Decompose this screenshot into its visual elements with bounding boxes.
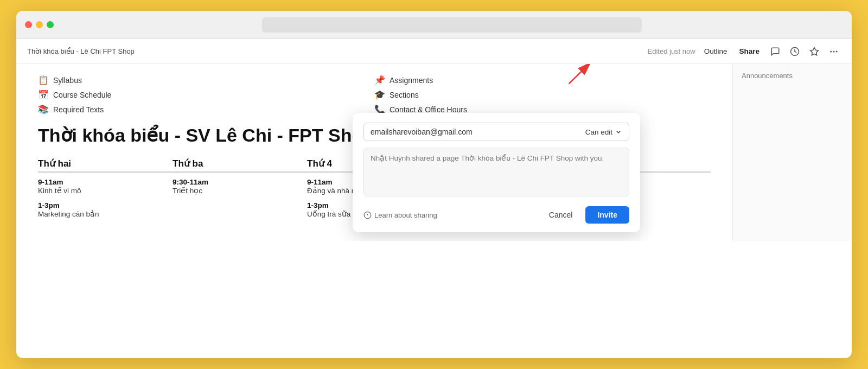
time-slot-mon-2: 1-3pm Marketing căn bản [38,201,173,218]
day-label-mon: Thứ hai [38,158,173,173]
document-title: Thời khóa biểu - Lê Chi FPT Shop [27,47,135,55]
info-icon [363,211,372,219]
outline-button[interactable]: Outline [701,45,731,58]
outline-col-2: 📌 Assignments 🎓 Sections 📞 Contact & Off… [374,75,711,114]
right-sidebar: Announcements [732,64,852,241]
traffic-lights [25,21,54,28]
outline-col-1: 📋 Syllabus 📅 Course Schedule 📚 Required … [38,75,374,114]
nav-syllabus[interactable]: 📋 Syllabus [38,75,374,85]
main-content: 📋 Syllabus 📅 Course Schedule 📚 Required … [16,64,852,241]
day-col-mon: Thứ hai 9-11am Kinh tế vi mô 1-3pm Marke… [38,158,173,225]
syllabus-icon: 📋 [38,75,49,85]
outline-nav: 📋 Syllabus 📅 Course Schedule 📚 Required … [38,75,711,114]
svg-point-3 [833,51,834,52]
can-edit-label: Can edit [585,128,612,136]
nav-required-texts-label: Required Texts [53,105,104,114]
svg-marker-1 [810,47,819,55]
svg-point-2 [831,51,832,52]
time-mon-1: 9-11am [38,178,173,186]
time-tue-1: 9:30-11am [173,178,307,186]
history-icon[interactable] [788,44,802,59]
nav-course-schedule-label: Course Schedule [53,91,111,99]
cancel-button[interactable]: Cancel [541,207,580,223]
page-area: 📋 Syllabus 📅 Course Schedule 📚 Required … [16,64,732,241]
title-bar [16,11,852,39]
svg-point-4 [837,51,838,52]
toolbar: Thời khóa biểu - Lê Chi FPT Shop Edited … [16,39,852,64]
nav-course-schedule[interactable]: 📅 Course Schedule [38,90,374,100]
learn-sharing-label: Learn about sharing [374,211,437,219]
learn-sharing-link[interactable]: Learn about sharing [363,211,437,219]
nav-required-texts[interactable]: 📚 Required Texts [38,104,374,114]
share-button[interactable]: Share [736,45,763,58]
class-mon-1: Kinh tế vi mô [38,186,173,195]
close-button[interactable] [25,21,32,28]
invite-button[interactable]: Invite [585,206,629,224]
assignments-icon: 📌 [374,75,385,85]
star-icon[interactable] [807,44,821,59]
day-col-tue: Thứ ba 9:30-11am Triết học [173,158,307,225]
share-message-input[interactable] [363,148,629,196]
day-label-tue: Thứ ba [173,158,307,173]
nav-syllabus-label: Syllabus [53,76,82,85]
sections-icon: 🎓 [374,90,385,100]
announcements-label: Announcements [742,72,843,80]
more-icon[interactable] [827,44,841,59]
share-email-text: emailsharevoiban@gmail.com [371,128,585,136]
class-mon-2: Marketing căn bản [38,209,173,218]
minimize-button[interactable] [36,21,43,28]
url-bar[interactable] [262,17,642,33]
can-edit-dropdown[interactable]: Can edit [585,128,622,136]
browser-window: Thời khóa biểu - Lê Chi FPT Shop Edited … [16,11,852,358]
nav-sections-label: Sections [390,91,419,99]
time-slot-tue-1: 9:30-11am Triết học [173,178,307,195]
class-tue-1: Triết học [173,186,307,195]
nav-assignments-label: Assignments [390,76,433,85]
nav-sections[interactable]: 🎓 Sections [374,90,711,100]
comment-icon[interactable] [768,44,782,59]
toolbar-right: Edited just now Outline Share [648,44,841,59]
time-slot-mon-1: 9-11am Kinh tế vi mô [38,178,173,195]
time-mon-2: 1-3pm [38,201,173,209]
share-footer: Learn about sharing Cancel Invite [363,206,629,224]
course-schedule-icon: 📅 [38,90,49,100]
share-actions: Cancel Invite [541,206,629,224]
share-email-row: emailsharevoiban@gmail.com Can edit [363,123,629,141]
edited-status: Edited just now [648,47,695,55]
maximize-button[interactable] [47,21,54,28]
required-texts-icon: 📚 [38,104,49,114]
share-popup: emailsharevoiban@gmail.com Can edit Lear… [353,113,640,232]
chevron-down-icon [615,128,622,136]
nav-assignments[interactable]: 📌 Assignments [374,75,711,85]
